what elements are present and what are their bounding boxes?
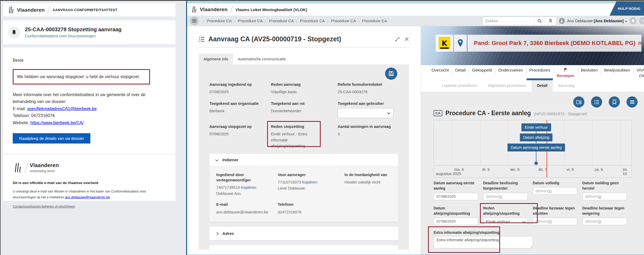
tab-procedures[interactable]: Procedures xyxy=(526,67,553,73)
tab-vivoo-line1: VIVOO xyxy=(637,68,644,72)
email-body-card: Beste We hebben uw aanvraag stopgezet: u… xyxy=(3,47,175,201)
procedure-subtitle: (HP25-00001972 - Stopgezet) xyxy=(534,111,587,116)
view-dossier-button[interactable]: Raadpleeg de details van uw dossier xyxy=(13,133,90,144)
datum-aanvraag-eerste-aanleg-input[interactable] xyxy=(434,193,478,200)
close-icon[interactable]: × xyxy=(405,37,409,42)
dossier-folder-button[interactable] xyxy=(573,96,584,108)
search-input[interactable] xyxy=(483,17,535,25)
screen: Vlaanderen AANVRAAG CONFORMITEITSATTEST … xyxy=(0,0,644,255)
brand-divider xyxy=(230,6,233,13)
toegekend-gebruiker-select[interactable] xyxy=(338,108,393,118)
tab-vivoo-vl[interactable]: VIVOO (VL) xyxy=(633,67,644,79)
subtab-aanvraag[interactable]: Aanvraag xyxy=(553,79,580,92)
copy-link[interactable]: Kopiëren xyxy=(241,185,256,190)
pand-header-photo: K Pand: Groot Park 7, 3360 Bierbeek (DEM… xyxy=(421,26,644,65)
person-search-button[interactable] xyxy=(545,17,556,25)
pand-tabs: Overzicht Detail Gekoppeld Onderzoeken P… xyxy=(421,65,644,79)
aanvraag-tabs: Algemene info Automatische communicatie xyxy=(199,54,409,64)
bookmark-icon xyxy=(612,100,616,105)
deadline-bezwaar-weigering-input[interactable] xyxy=(582,218,627,225)
footer-tagline: verbeelding werkt xyxy=(30,169,55,173)
unsubscribe-link[interactable]: Contactvoorkeuren beheren of uitschrijve… xyxy=(13,205,75,208)
bookmark-button[interactable] xyxy=(629,17,637,24)
breadcrumb-item[interactable]: Procedure CA xyxy=(269,19,294,23)
reden-afwijzing-stopzetting-select[interactable]: Einde verhuur xyxy=(483,218,528,226)
expand-icon[interactable] xyxy=(395,37,400,42)
folder-icon xyxy=(576,100,581,104)
help-needed-button[interactable]: HULP NODIG xyxy=(610,1,644,16)
footer-brand: Vlaanderen xyxy=(30,162,59,168)
tab-besluiten[interactable]: Besluiten xyxy=(578,67,601,73)
timeline-event-dot xyxy=(535,162,538,165)
save-button[interactable] xyxy=(385,68,397,80)
procedures-subtabs: Lopende procedures Afgesloten procedures… xyxy=(421,79,644,92)
email-contact-website-label: Website: xyxy=(13,120,29,125)
deadline-beslissing-burgemeester-input[interactable] xyxy=(483,193,528,200)
chevron-down-icon xyxy=(387,111,390,114)
field-label: Aantal woningen in aanvraag xyxy=(338,124,398,129)
field-value: Bierbeek xyxy=(209,108,271,114)
datum-volledig-input[interactable] xyxy=(533,187,577,195)
breadcrumb-item[interactable]: Procedure CA xyxy=(300,19,325,23)
subtab-lopende-procedures[interactable]: Lopende procedures xyxy=(437,79,483,92)
email-app-title: AANVRAAG CONFORMITEITSATTEST xyxy=(52,8,117,12)
numbered-list-button[interactable] xyxy=(591,96,602,108)
tab-bewijsstukken[interactable]: Bewijsstukken xyxy=(601,67,633,73)
tab-automatische-communicatie[interactable]: Automatische communicatie xyxy=(233,54,290,64)
field-label: Reden afwijzing/stopzetting xyxy=(483,205,533,216)
pand-title-box: Pand: Groot Park 7, 3360 Bierbeek (DEMO … xyxy=(467,35,641,52)
deadline-bezwaar-stilzitten-input[interactable] xyxy=(533,218,577,225)
subtab-afgesloten-procedures[interactable]: Afgesloten procedures xyxy=(483,79,532,92)
email-contact-email-label: E-mail: xyxy=(13,106,26,111)
tab-gekoppeld[interactable]: Gekoppeld xyxy=(469,67,495,73)
datum-afwijzing-stopzetting-input[interactable] xyxy=(434,218,478,225)
timeline-gridline xyxy=(452,120,452,165)
subtab-detail[interactable]: Detail xyxy=(532,79,553,92)
tab-beroepen[interactable]: Beroepen xyxy=(553,67,577,79)
field-value: 07/08/2025 xyxy=(209,89,271,95)
tab-algemene-info[interactable]: Algemene info xyxy=(199,54,233,64)
menu-hamburger-button[interactable] xyxy=(190,16,199,25)
email-contact-email-link[interactable]: specifiekmailadresCA1@bierbeek.be xyxy=(27,106,97,111)
bookmark-button[interactable] xyxy=(609,96,620,108)
adres-accordion[interactable]: Adres xyxy=(209,227,398,240)
breadcrumb-item[interactable]: Procedure CA xyxy=(238,19,263,23)
field-label: Voor aanvrager xyxy=(278,172,345,177)
brand-divider xyxy=(47,6,50,14)
field-label: In de hoedanigheid van xyxy=(345,172,391,177)
indiener-accordion-header[interactable]: Indiener xyxy=(209,154,398,166)
breadcrumb-item[interactable]: Procedure CA xyxy=(207,19,232,23)
email-footer-logo: Vlaanderen verbeelding werkt xyxy=(13,162,166,173)
vertegenwoordiger-name: Deblauwe Ans xyxy=(216,191,278,196)
aanvraag-ca-panel: Aanvraag CA (AV25-00000719 - Stopgezet) … xyxy=(187,26,421,255)
bookmark-icon xyxy=(632,19,635,23)
email-contact-website-link[interactable]: https://www.bierbeek.be/CA/ xyxy=(30,120,83,125)
procedure-detail-area: CA Procedure CA - Eerste aanleg (HP25-00… xyxy=(421,92,644,255)
indiener-email-link[interactable]: ans.deblauwe@vlaanderen.be xyxy=(216,210,268,214)
email-greeting: Beste xyxy=(13,58,166,63)
documenten-accordion[interactable]: Documenten xyxy=(209,245,398,250)
map-pin-button[interactable] xyxy=(454,35,467,52)
rijksregister-number: 77110715073 xyxy=(278,180,301,184)
tab-detail[interactable]: Detail xyxy=(452,67,469,73)
field-value: Einde verhuur - Extra informatie afwijzi… xyxy=(271,131,317,149)
field-value: Vrijwillige basis xyxy=(271,89,338,95)
tab-overzicht[interactable]: Overzicht xyxy=(428,67,452,73)
breadcrumb-item[interactable]: Procedure CA xyxy=(331,19,356,23)
more-menu-button[interactable] xyxy=(627,96,638,108)
user-menu[interactable]: Ans Deblauwe [Ans Deblauwe] xyxy=(567,19,627,23)
form-row-1: Aanvraag ingediend op07/08/2025 Reden aa… xyxy=(209,82,398,95)
breadcrumb-separator: › xyxy=(203,19,204,23)
breadcrumb-item[interactable]: Procedure CA xyxy=(362,19,387,23)
extra-informatie-textarea[interactable]: Extra informatie afwijzing/stopzetting xyxy=(434,236,533,248)
tab-onderzoeken[interactable]: Onderzoeken xyxy=(495,67,526,73)
disclaimer-email-link[interactable]: ans.deblauwe@vlaanderen.be xyxy=(65,195,110,199)
datum-melding-geen-herstel-input[interactable] xyxy=(582,193,627,200)
copy-link[interactable]: Kopiëren xyxy=(302,180,317,184)
help-circle-button[interactable]: ? xyxy=(639,17,644,24)
field-label: E-mail xyxy=(216,202,278,207)
field-label: Toegekend aan organisatie xyxy=(209,101,271,106)
breadcrumb-separator: › xyxy=(265,19,266,23)
timeline-event-datum-aanvraag: Datum aanvraag eerste aanleg xyxy=(508,144,565,151)
search-button[interactable] xyxy=(535,17,545,25)
